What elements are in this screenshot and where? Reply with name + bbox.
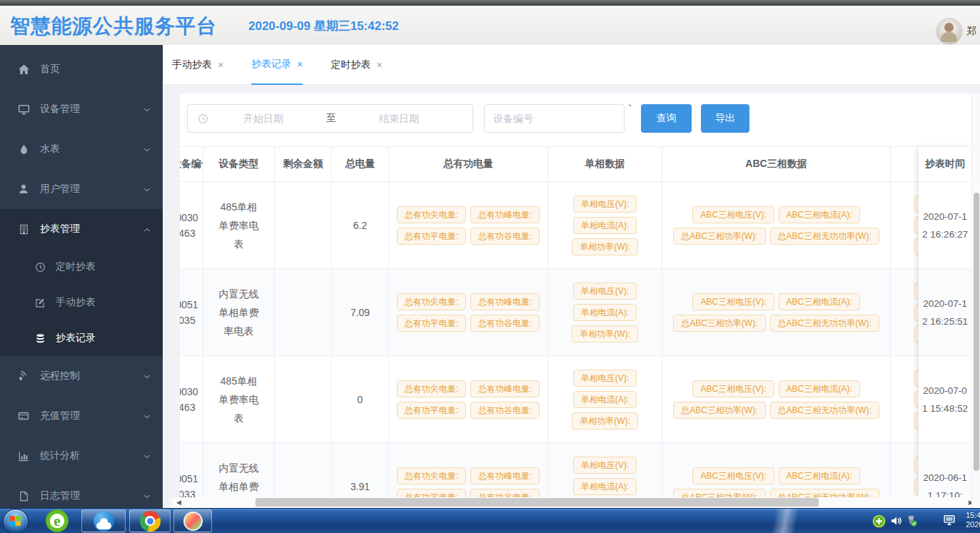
sidebar-item-user-mgmt[interactable]: 用户管理 bbox=[0, 169, 163, 209]
user-icon bbox=[17, 183, 30, 196]
column-header-balance: 剩余金额 bbox=[275, 147, 332, 181]
sidebar-item-recharge-mgmt[interactable]: 充值管理 bbox=[0, 396, 163, 436]
cell-active_energy: 总有功尖电量:总有功峰电量:总有功平电量:总有功谷电量: bbox=[389, 443, 548, 497]
data-tag: 单相功率(W): bbox=[572, 238, 638, 255]
chrome-browser[interactable] bbox=[129, 509, 171, 532]
horizontal-scrollbar[interactable]: ◀ ▶ bbox=[171, 497, 980, 507]
user-avatar[interactable] bbox=[936, 18, 963, 45]
cell-read_time: 2020-07-01 15:48:52 bbox=[919, 356, 971, 443]
taskbar-clock[interactable]: 15:42 2020/9/9 bbox=[966, 511, 980, 532]
data-tag: ABC三相电压(V): bbox=[692, 380, 774, 397]
start-button[interactable] bbox=[3, 509, 29, 533]
cell-balance bbox=[275, 269, 332, 355]
tab-定时抄表[interactable]: 定时抄表× bbox=[330, 45, 382, 85]
chevron-down-icon bbox=[143, 145, 151, 156]
sidebar-item-meter-reading-mgmt[interactable]: 抄表管理 bbox=[0, 209, 163, 249]
column-header-device_type: 设备类型 bbox=[203, 147, 275, 181]
data-tag: 总有功尖电量: bbox=[397, 467, 466, 484]
table-row: 0051035内置无线单相单费率电表7.09总有功尖电量:总有功峰电量:总有功平… bbox=[180, 269, 971, 356]
tray-usb[interactable] bbox=[905, 514, 918, 527]
cell-total_energy: 3.91 bbox=[332, 443, 389, 497]
qq-browser-icon bbox=[94, 511, 114, 532]
header-datetime: 2020-09-09 星期三15:42:52 bbox=[248, 6, 399, 45]
sidebar-subitem-label: 手动抄表 bbox=[56, 296, 96, 309]
browser-360[interactable]: e bbox=[46, 509, 69, 532]
sidebar-item-timed-reading[interactable]: 定时抄表 bbox=[0, 249, 163, 285]
sidebar-item-label: 日志管理 bbox=[40, 489, 80, 502]
data-tag: 单相电流(A): bbox=[573, 391, 637, 408]
data-tag: 总有功谷电量: bbox=[470, 489, 540, 498]
scroll-left-arrow-icon[interactable]: ◀ bbox=[176, 499, 181, 506]
chevron-up-icon bbox=[143, 225, 151, 236]
data-tag: 总有功平电量: bbox=[397, 402, 466, 419]
cell-single_phase: 单相电压(V):单相电流(A):单相功率(W): bbox=[548, 269, 662, 355]
data-tag: ABC三相电压(V): bbox=[692, 206, 774, 223]
horizontal-scrollbar-thumb[interactable] bbox=[256, 498, 819, 507]
cell-balance bbox=[275, 182, 332, 268]
usb-icon bbox=[905, 514, 918, 527]
cell-device_type: 485单相单费率电表 bbox=[203, 182, 275, 268]
tray-network[interactable] bbox=[942, 514, 957, 527]
clock-input-icon bbox=[198, 113, 208, 124]
remote-icon bbox=[17, 370, 30, 382]
data-tag: 总ABC三相功率(W): bbox=[673, 315, 765, 332]
cell-single_phase: 单相电压(V):单相电流(A):单相功率(W): bbox=[548, 356, 662, 442]
tab-close-icon[interactable]: × bbox=[376, 59, 382, 71]
chevron-down-icon bbox=[143, 412, 151, 423]
three-phase-tags: ABC三相电压(V):ABC三相电流(A):总ABC三相功率(W):总ABC三相… bbox=[666, 465, 887, 498]
query-button[interactable]: 查询 bbox=[641, 104, 692, 133]
chart-icon bbox=[17, 450, 30, 462]
data-tag: 总ABC三相无功功率(W): bbox=[770, 228, 879, 245]
table-scroll-inner: 设备编号设备类型剩余金额总电量总有功电量单相数据ABC三相数据 00304634… bbox=[180, 146, 971, 497]
date-range-picker[interactable]: 至 bbox=[187, 104, 473, 133]
sidebar-item-label: 设备管理 bbox=[40, 103, 80, 116]
chevron-down-icon bbox=[143, 492, 151, 503]
export-button[interactable]: 导出 bbox=[701, 104, 749, 133]
three-phase-tags: ABC三相电压(V):ABC三相电流(A):总ABC三相功率(W):总ABC三相… bbox=[666, 291, 887, 334]
vertical-scrollbar[interactable] bbox=[971, 93, 980, 508]
data-tag: ABC三相电流(A): bbox=[779, 467, 860, 484]
device-number-input[interactable] bbox=[484, 104, 625, 133]
data-tag: 总ABC三相无功功率(W): bbox=[770, 489, 879, 498]
sidebar-item-remote-control[interactable]: 远程控制 bbox=[0, 356, 163, 396]
table-row: 0051033内置无线单相单费率电表3.91总有功尖电量:总有功峰电量:总有功平… bbox=[180, 443, 971, 497]
tab-抄表记录[interactable]: 抄表记录× bbox=[251, 45, 303, 85]
end-date-input[interactable] bbox=[344, 112, 454, 125]
tab-close-icon[interactable]: × bbox=[218, 59, 223, 71]
tab-label: 定时抄表 bbox=[330, 59, 370, 71]
start-date-input[interactable] bbox=[208, 112, 318, 125]
cell-active_energy: 总有功尖电量:总有功峰电量:总有功平电量:总有功谷电量: bbox=[389, 182, 548, 268]
data-tag: ABC三相电流(A): bbox=[779, 293, 860, 310]
chevron-down-icon bbox=[143, 185, 151, 196]
column-header-read_time: 抄表时间 bbox=[919, 146, 971, 182]
sidebar-item-stats-analysis[interactable]: 统计分析 bbox=[0, 436, 163, 476]
tab-close-icon[interactable]: × bbox=[297, 59, 303, 70]
data-tag: 单相功率(W): bbox=[572, 325, 638, 342]
sidebar-item-water-meter[interactable]: 水表 bbox=[0, 129, 163, 169]
sidebar-item-log-mgmt[interactable]: 日志管理 bbox=[0, 476, 163, 508]
qq-browser[interactable] bbox=[81, 509, 126, 532]
cell-device_no: 0051035 bbox=[180, 269, 203, 355]
sidebar-item-device-mgmt[interactable]: 设备管理 bbox=[0, 89, 163, 129]
column-header-active_energy: 总有功电量 bbox=[389, 147, 548, 181]
clock-time: 15:42 bbox=[966, 511, 980, 520]
log-icon bbox=[17, 489, 30, 502]
data-tag: 总有功峰电量: bbox=[470, 293, 540, 310]
sidebar-group-meter-reading-mgmt: 抄表管理定时抄表手动抄表抄表记录 bbox=[0, 209, 163, 356]
taskbar-gloss bbox=[728, 509, 842, 533]
tray-volume[interactable] bbox=[890, 514, 903, 527]
cell-three_phase: ABC三相电压(V):ABC三相电流(A):总ABC三相功率(W):总ABC三相… bbox=[662, 443, 891, 497]
data-tag: 总有功尖电量: bbox=[397, 206, 466, 223]
tab-手动抄表[interactable]: 手动抄表× bbox=[172, 45, 223, 85]
sidebar-item-reading-records[interactable]: 抄表记录 bbox=[0, 320, 163, 356]
cell-balance bbox=[275, 443, 332, 497]
photos-app[interactable] bbox=[173, 509, 212, 532]
sidebar-item-manual-reading[interactable]: 手动抄表 bbox=[0, 285, 163, 320]
data-tag: 总有功平电量: bbox=[397, 315, 466, 332]
sidebar-item-home[interactable]: 首页 bbox=[0, 49, 163, 89]
tray-antivirus[interactable] bbox=[872, 514, 886, 528]
speaker-icon bbox=[890, 514, 903, 527]
cell-read_time: 2020-07-12 16:25:51 bbox=[919, 269, 971, 356]
vertical-scrollbar-thumb[interactable] bbox=[974, 193, 979, 471]
chevron-down-icon bbox=[143, 105, 151, 116]
